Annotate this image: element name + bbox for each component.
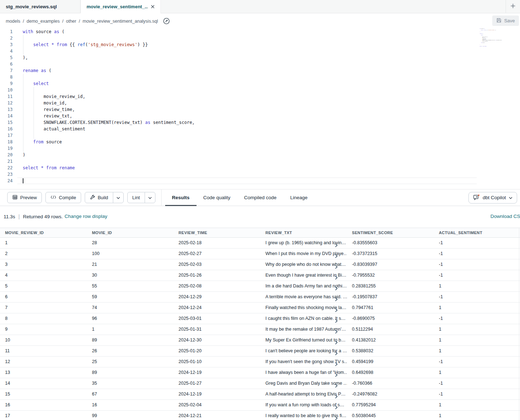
table-cell: 0.41382012 <box>347 335 434 345</box>
chevron-right-icon[interactable] <box>334 403 338 410</box>
table-row: 3212025-02-03Why do people who do not kn… <box>0 259 520 270</box>
table-cell: If you want a fun romp with loads of s… <box>260 400 347 410</box>
copilot-compass-icon[interactable] <box>163 17 170 25</box>
table-cell: -1 <box>434 292 520 302</box>
breadcrumb-row: models/demo_examples/other/movie_review_… <box>0 13 520 28</box>
result-tab-compiled-code[interactable]: Compiled code <box>237 189 283 206</box>
table-row: 17992024-12-21I really wanted to be able… <box>0 411 520 420</box>
line-number: 1 <box>0 28 17 35</box>
table-row: 21002025-02-27When I put this movie in m… <box>0 249 520 259</box>
table-cell: 2025-02-04 <box>173 400 260 410</box>
compile-button[interactable]: Compile <box>46 192 81 203</box>
results-table-body: 1282025-02-18I grew up (b. 1965) watchin… <box>0 238 520 420</box>
table-cell: -1 <box>434 389 520 399</box>
column-header: SENTIMENT_SCORE <box>347 228 434 237</box>
dbt-copilot-button[interactable]: dbt Copilot <box>468 192 517 204</box>
breadcrumb-separator: / <box>62 19 63 24</box>
table-cell: 12 <box>0 357 87 367</box>
line-number: 12 <box>0 100 17 106</box>
chevron-right-icon[interactable] <box>334 295 338 302</box>
column-header: ACTUAL_SENTIMENT <box>434 228 520 237</box>
chevron-right-icon[interactable] <box>334 317 338 324</box>
table-cell: 15 <box>0 389 87 399</box>
chevron-right-icon[interactable] <box>334 284 338 291</box>
file-tab-label: movie_review_sentiment_... <box>87 4 148 9</box>
column-header: MOVIE_ID <box>87 228 173 237</box>
compile-label: Compile <box>59 195 76 200</box>
table-cell: Greg Davis and Bryan Daly take some … <box>260 378 347 389</box>
result-tabs: ResultsCode qualityCompiled codeLineage <box>165 189 314 206</box>
line-number: 13 <box>0 106 17 113</box>
chevron-right-icon[interactable] <box>334 241 338 248</box>
chevron-right-icon[interactable] <box>334 306 338 313</box>
close-icon[interactable] <box>151 5 155 9</box>
editor-minimap[interactable]: with source as ( select * from {{ ref('s… <box>480 28 512 51</box>
table-cell: 1 <box>434 335 520 345</box>
preview-button[interactable]: Preview <box>8 192 41 203</box>
table-cell: 2 <box>0 249 87 259</box>
line-number: 8 <box>0 74 17 80</box>
code-line: with source as ( <box>23 28 195 35</box>
code-line: review_txt, <box>23 113 195 119</box>
code-line <box>23 171 195 178</box>
table-cell: 0.6492698 <box>347 367 434 378</box>
line-number: 10 <box>0 87 17 93</box>
table-cell: 2025-02-03 <box>173 259 260 270</box>
table-cell: 1 <box>434 411 520 420</box>
wrench-icon <box>90 195 95 201</box>
code-line: select * from rename <box>23 165 195 171</box>
table-cell: 55 <box>87 281 173 291</box>
table-grid-icon <box>12 195 18 201</box>
file-tab[interactable]: movie_review_sentiment_... <box>80 0 161 13</box>
table-cell: 14 <box>0 378 87 389</box>
result-tab-results[interactable]: Results <box>165 189 197 206</box>
result-tab-lineage[interactable]: Lineage <box>283 189 314 206</box>
build-button[interactable]: Build <box>85 192 113 203</box>
table-cell: -0.37372315 <box>347 249 434 259</box>
table-cell: -1 <box>434 259 520 270</box>
table-row: 8962025-03-01I caught this film on AZN o… <box>0 313 520 324</box>
table-cell: 1 <box>434 303 520 313</box>
meta-separator: | <box>18 214 20 219</box>
change-row-display-link[interactable]: Change row display <box>65 214 107 219</box>
chevron-right-icon[interactable] <box>334 381 338 389</box>
table-cell: I grew up (b. 1965) watching and lovin… <box>260 238 347 248</box>
line-number: 24 <box>0 178 17 184</box>
compile-button-group: Compile <box>45 192 81 203</box>
table-cell: 9 <box>0 324 87 335</box>
chevron-right-icon[interactable] <box>334 392 338 399</box>
build-dropdown-button[interactable] <box>113 192 123 203</box>
table-cell: -0.19507837 <box>347 292 434 302</box>
chevron-right-icon[interactable] <box>334 371 338 378</box>
chevron-right-icon[interactable] <box>334 252 338 259</box>
chevron-right-icon[interactable] <box>334 414 338 420</box>
table-row: 7742024-12-24Finally watched this shocki… <box>0 303 520 313</box>
table-cell: 96 <box>87 313 173 324</box>
chevron-right-icon[interactable] <box>334 338 338 345</box>
chevron-right-icon[interactable] <box>334 327 338 335</box>
column-header: REVIEW_TXT <box>260 228 347 237</box>
result-tab-code-quality[interactable]: Code quality <box>197 189 237 206</box>
code-line: rename as ( <box>480 33 484 34</box>
file-tab[interactable]: stg_movie_reviews.sql <box>0 0 80 13</box>
table-cell: 0.50380445 <box>347 411 434 420</box>
save-button[interactable]: Save <box>492 15 519 26</box>
code-editor[interactable]: 123456789101112131415161718192021222324 … <box>0 28 520 189</box>
code-line: movie_id, <box>23 100 195 106</box>
lint-dropdown-button[interactable] <box>145 192 155 203</box>
chevron-right-icon[interactable] <box>334 349 338 356</box>
table-cell: 0.5388032 <box>347 346 434 356</box>
new-tab-button[interactable] <box>506 0 520 13</box>
table-row: 16162025-02-04If you want a fun romp wit… <box>0 400 520 411</box>
table-cell: 2025-01-26 <box>173 270 260 281</box>
table-cell: -0.8690075 <box>347 313 434 324</box>
line-number: 9 <box>0 80 17 87</box>
lint-button[interactable]: Lint <box>128 192 145 203</box>
chevron-right-icon[interactable] <box>334 263 338 270</box>
chevron-right-icon[interactable] <box>334 360 338 367</box>
download-csv-link[interactable]: Download CSV <box>490 214 520 219</box>
table-cell: Finally watched this shocking movie la… <box>260 303 347 313</box>
chevron-right-icon[interactable] <box>334 273 338 281</box>
table-cell: It may be the remake of 1987 Autumn'… <box>260 324 347 335</box>
code-lines: with source as ( select * from {{ ref('s… <box>23 28 195 184</box>
